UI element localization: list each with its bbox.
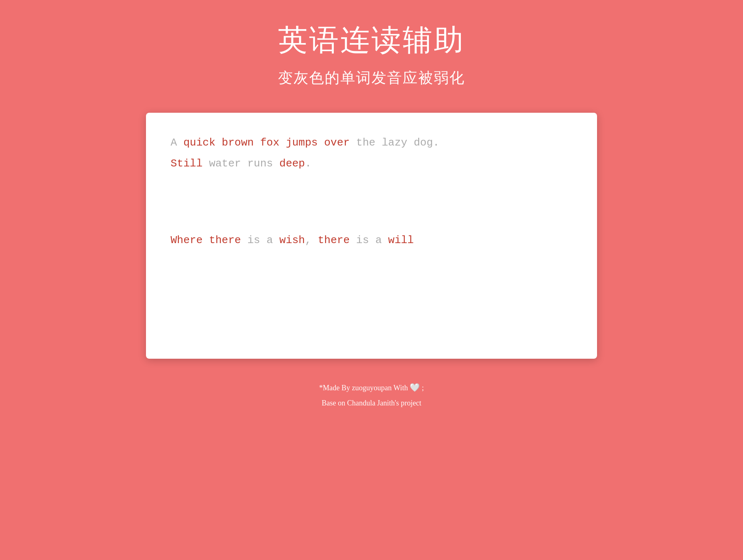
- word-where: Where: [171, 234, 203, 246]
- line-2: Still water runs deep.: [171, 154, 572, 173]
- word-period-1: .: [433, 137, 440, 149]
- word-there-1: there: [209, 234, 241, 246]
- word-quick: quick: [183, 137, 215, 149]
- sub-title: 变灰色的单词发音应被弱化: [278, 68, 465, 88]
- line-1: A quick brown fox jumps over the lazy do…: [171, 133, 572, 153]
- content-box: A quick brown fox jumps over the lazy do…: [146, 113, 597, 359]
- word-brown: brown: [222, 137, 254, 149]
- footer-line-2: Base on Chandula Janith's project: [319, 396, 424, 410]
- word-is-2: is: [356, 234, 369, 246]
- footer-semicolon: ;: [422, 384, 424, 392]
- word-will: will: [388, 234, 414, 246]
- word-lazy: lazy: [382, 137, 407, 149]
- word-a-2: a: [267, 234, 273, 246]
- word-a-3: a: [375, 234, 382, 246]
- text-area: A quick brown fox jumps over the lazy do…: [171, 133, 572, 250]
- word-over: over: [324, 137, 350, 149]
- word-deep: deep: [279, 157, 305, 170]
- footer: *Made By zuoguyoupan With 🤍 ; Base on Ch…: [319, 379, 424, 410]
- footer-heart: 🤍: [410, 383, 420, 392]
- word-wish: wish: [279, 234, 305, 246]
- word-water: water: [209, 157, 241, 170]
- word-fox: fox: [260, 137, 279, 149]
- footer-line-1: *Made By zuoguyoupan With 🤍 ;: [319, 379, 424, 396]
- word-still: Still: [171, 157, 203, 170]
- word-comma: ,: [305, 234, 312, 246]
- word-dog: dog: [414, 137, 433, 149]
- word-a: A: [171, 137, 177, 149]
- word-there-2: there: [318, 234, 350, 246]
- word-period-2: .: [305, 157, 312, 170]
- word-runs: runs: [247, 157, 273, 170]
- line-3: Where there is a wish, there is a will: [171, 231, 572, 250]
- word-is-1: is: [247, 234, 260, 246]
- footer-made-by: *Made By zuoguyoupan With: [319, 384, 408, 392]
- word-the: the: [356, 137, 376, 149]
- page-header: 英语连读辅助 变灰色的单词发音应被弱化: [278, 0, 465, 100]
- main-title: 英语连读辅助: [278, 20, 465, 60]
- word-jumps: jumps: [286, 137, 318, 149]
